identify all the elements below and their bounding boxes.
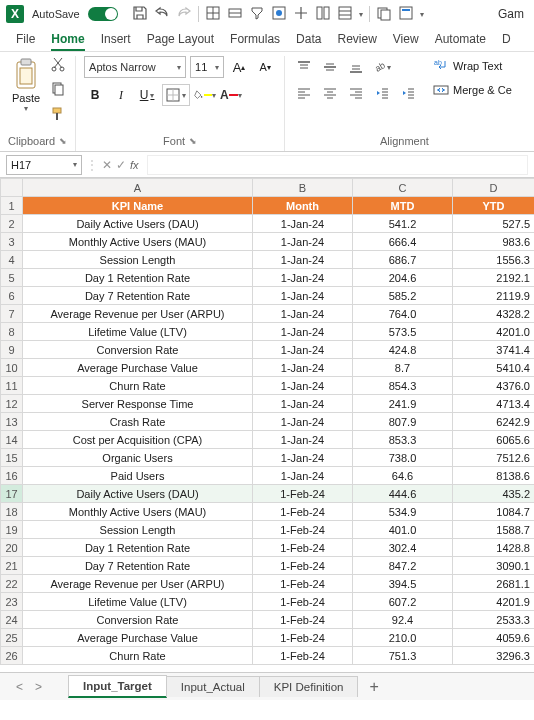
cell[interactable]: 1-Feb-24 <box>253 647 353 665</box>
row-header[interactable]: 12 <box>1 395 23 413</box>
borders-button[interactable]: ▾ <box>162 84 190 106</box>
row-header[interactable]: 10 <box>1 359 23 377</box>
font-size-select[interactable]: 11▾ <box>190 56 224 78</box>
cell[interactable]: 853.3 <box>353 431 453 449</box>
cell[interactable]: 534.9 <box>353 503 453 521</box>
cell[interactable]: 666.4 <box>353 233 453 251</box>
row-header[interactable]: 1 <box>1 197 23 215</box>
cell[interactable]: 3296.3 <box>453 647 535 665</box>
cell[interactable]: 1-Feb-24 <box>253 629 353 647</box>
cell[interactable]: Monthly Active Users (MAU) <box>23 503 253 521</box>
fill-color-button[interactable]: ▾ <box>194 84 216 106</box>
save-icon[interactable] <box>132 5 148 24</box>
cell[interactable]: 7512.6 <box>453 449 535 467</box>
cell[interactable]: Lifetime Value (LTV) <box>23 593 253 611</box>
cell[interactable]: 1084.7 <box>453 503 535 521</box>
qat-icon[interactable] <box>376 5 392 24</box>
cell[interactable]: 573.5 <box>353 323 453 341</box>
cell[interactable]: Organic Users <box>23 449 253 467</box>
cell[interactable]: 1-Feb-24 <box>253 503 353 521</box>
tab-review[interactable]: Review <box>337 30 376 51</box>
merge-center-button[interactable]: Merge & Ce <box>429 80 516 100</box>
row-header[interactable]: 19 <box>1 521 23 539</box>
copy-icon[interactable] <box>50 81 66 100</box>
cell[interactable]: 3090.1 <box>453 557 535 575</box>
cell[interactable]: Conversion Rate <box>23 341 253 359</box>
row-header[interactable]: 4 <box>1 251 23 269</box>
row-header[interactable]: 26 <box>1 647 23 665</box>
cell[interactable]: 8138.6 <box>453 467 535 485</box>
shrink-font-button[interactable]: A▾ <box>254 56 276 78</box>
col-header-d[interactable]: D <box>453 179 535 197</box>
spreadsheet-grid[interactable]: A B C D 1KPI NameMonthMTDYTD2Daily Activ… <box>0 178 534 665</box>
cell[interactable]: 444.6 <box>353 485 453 503</box>
row-header[interactable]: 2 <box>1 215 23 233</box>
cell[interactable]: 1-Feb-24 <box>253 539 353 557</box>
cell[interactable]: 607.2 <box>353 593 453 611</box>
cell[interactable]: 4059.6 <box>453 629 535 647</box>
orientation-button[interactable]: ab▾ <box>371 56 393 78</box>
cell[interactable]: Churn Rate <box>23 647 253 665</box>
col-header-b[interactable]: B <box>253 179 353 197</box>
cell[interactable]: Monthly Active Users (MAU) <box>23 233 253 251</box>
row-header[interactable]: 23 <box>1 593 23 611</box>
italic-button[interactable]: I <box>110 84 132 106</box>
col-header-c[interactable]: C <box>353 179 453 197</box>
cell[interactable]: 92.4 <box>353 611 453 629</box>
cell[interactable]: 5410.4 <box>453 359 535 377</box>
wrap-text-button[interactable]: ab Wrap Text <box>429 56 516 76</box>
cell[interactable]: YTD <box>453 197 535 215</box>
cell[interactable]: Cost per Acquisition (CPA) <box>23 431 253 449</box>
row-header[interactable]: 9 <box>1 341 23 359</box>
cell[interactable]: Churn Rate <box>23 377 253 395</box>
row-header[interactable]: 17 <box>1 485 23 503</box>
tab-page-layout[interactable]: Page Layout <box>147 30 214 51</box>
cell[interactable]: 686.7 <box>353 251 453 269</box>
cell[interactable]: 807.9 <box>353 413 453 431</box>
cell[interactable]: 435.2 <box>453 485 535 503</box>
row-header[interactable]: 3 <box>1 233 23 251</box>
sheet-nav-next[interactable]: > <box>29 680 48 694</box>
cell[interactable]: 1-Jan-24 <box>253 449 353 467</box>
cell[interactable]: Lifetime Value (LTV) <box>23 323 253 341</box>
tab-more[interactable]: D <box>502 30 511 51</box>
cell[interactable]: 1-Feb-24 <box>253 575 353 593</box>
qat-icon[interactable] <box>315 5 331 24</box>
grow-font-button[interactable]: A▴ <box>228 56 250 78</box>
cell[interactable]: Session Length <box>23 521 253 539</box>
cell[interactable]: 585.2 <box>353 287 453 305</box>
cell[interactable]: Day 7 Retention Rate <box>23 557 253 575</box>
cell[interactable]: 1588.7 <box>453 521 535 539</box>
font-name-select[interactable]: Aptos Narrow▾ <box>84 56 186 78</box>
row-header[interactable]: 20 <box>1 539 23 557</box>
qat-icon[interactable] <box>271 5 287 24</box>
cell[interactable]: 1-Feb-24 <box>253 521 353 539</box>
fx-icon[interactable]: fx <box>130 159 139 171</box>
cell[interactable]: 1-Jan-24 <box>253 359 353 377</box>
row-header[interactable]: 22 <box>1 575 23 593</box>
cell[interactable]: 1-Jan-24 <box>253 269 353 287</box>
cell[interactable]: 1-Jan-24 <box>253 413 353 431</box>
undo-icon[interactable] <box>154 5 170 24</box>
increase-indent-button[interactable] <box>397 82 419 104</box>
cell[interactable]: 4201.0 <box>453 323 535 341</box>
row-header[interactable]: 16 <box>1 467 23 485</box>
cell[interactable]: Conversion Rate <box>23 611 253 629</box>
cell[interactable]: 1-Jan-24 <box>253 287 353 305</box>
cell[interactable]: 1-Jan-24 <box>253 395 353 413</box>
tab-automate[interactable]: Automate <box>435 30 486 51</box>
formula-input[interactable] <box>147 155 528 175</box>
tab-view[interactable]: View <box>393 30 419 51</box>
cell[interactable]: Server Response Time <box>23 395 253 413</box>
select-all-corner[interactable] <box>1 179 23 197</box>
enter-formula-icon[interactable]: ✓ <box>116 158 126 172</box>
qat-icon[interactable] <box>293 5 309 24</box>
cell[interactable]: Average Revenue per User (ARPU) <box>23 575 253 593</box>
cell[interactable]: 6065.6 <box>453 431 535 449</box>
row-header[interactable]: 18 <box>1 503 23 521</box>
qat-icon[interactable] <box>337 5 353 24</box>
paste-button[interactable]: Paste ▾ <box>8 56 44 115</box>
cell[interactable]: 1-Feb-24 <box>253 557 353 575</box>
align-center-button[interactable] <box>319 82 341 104</box>
row-header[interactable]: 25 <box>1 629 23 647</box>
